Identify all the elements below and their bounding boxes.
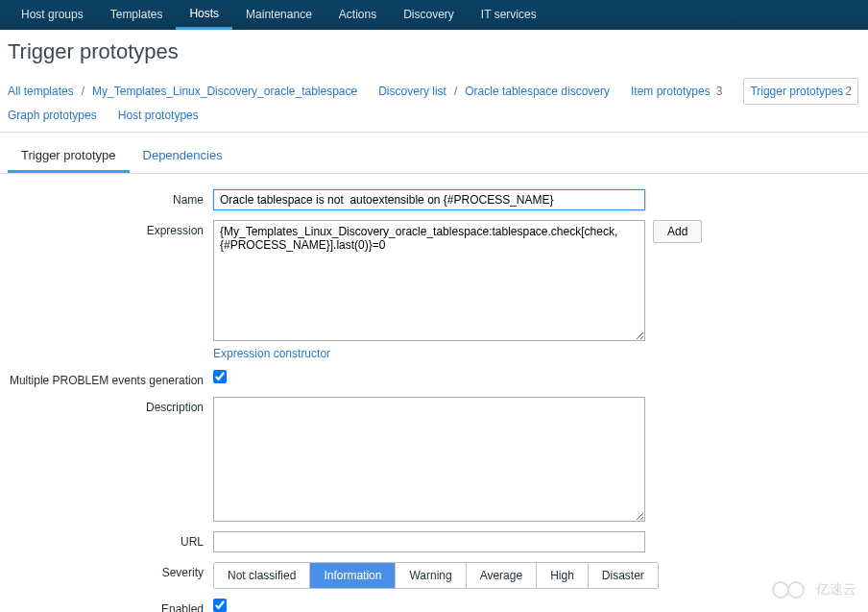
count-badge: 2 bbox=[845, 81, 852, 102]
name-label: Name bbox=[0, 189, 213, 207]
count-badge: 3 bbox=[716, 81, 723, 102]
severity-average[interactable]: Average bbox=[467, 563, 537, 588]
breadcrumb-link[interactable]: All templates bbox=[8, 81, 74, 102]
page-title: Trigger prototypes bbox=[0, 30, 868, 78]
tab-dependencies[interactable]: Dependencies bbox=[130, 140, 236, 173]
breadcrumb-link[interactable]: Host prototypes bbox=[118, 105, 199, 126]
severity-not-classified[interactable]: Not classified bbox=[214, 563, 310, 588]
enabled-label: Enabled bbox=[0, 599, 213, 612]
severity-label: Severity bbox=[0, 562, 213, 579]
expression-label: Expression bbox=[0, 220, 213, 237]
multi-problem-label: Multiple PROBLEM events generation bbox=[0, 370, 213, 387]
breadcrumb-link[interactable]: Item prototypes bbox=[631, 81, 711, 102]
top-nav: Host groupsTemplatesHostsMaintenanceActi… bbox=[0, 0, 868, 30]
breadcrumb-link[interactable]: My_Templates_Linux_Discovery_oracle_tabl… bbox=[92, 81, 357, 102]
severity-high[interactable]: High bbox=[537, 563, 589, 588]
breadcrumb-link[interactable]: Oracle tablespace discovery bbox=[465, 81, 610, 102]
url-input[interactable] bbox=[213, 531, 645, 552]
expression-textarea[interactable] bbox=[213, 220, 645, 341]
nav-maintenance[interactable]: Maintenance bbox=[232, 0, 326, 30]
description-textarea[interactable] bbox=[213, 397, 645, 522]
severity-disaster[interactable]: Disaster bbox=[589, 563, 658, 588]
nav-hosts[interactable]: Hosts bbox=[176, 0, 232, 30]
add-button[interactable]: Add bbox=[653, 220, 702, 243]
form: Name Expression Add Expression construct… bbox=[0, 174, 868, 612]
enabled-checkbox[interactable] bbox=[213, 599, 227, 612]
breadcrumb-link[interactable]: Discovery list bbox=[378, 81, 446, 102]
breadcrumb-link[interactable]: Trigger prototypes bbox=[750, 81, 843, 102]
name-input[interactable] bbox=[213, 189, 645, 210]
url-label: URL bbox=[0, 531, 213, 549]
severity-group: Not classifiedInformationWarningAverageH… bbox=[213, 562, 659, 589]
severity-warning[interactable]: Warning bbox=[396, 563, 466, 588]
nav-actions[interactable]: Actions bbox=[326, 0, 390, 30]
breadcrumb-sep: / bbox=[450, 81, 461, 102]
severity-information[interactable]: Information bbox=[310, 563, 396, 588]
breadcrumb: All templates/My_Templates_Linux_Discove… bbox=[0, 78, 868, 133]
tab-trigger-prototype[interactable]: Trigger prototype bbox=[8, 140, 130, 173]
expression-constructor-link[interactable]: Expression constructor bbox=[213, 347, 330, 360]
nav-host-groups[interactable]: Host groups bbox=[8, 0, 97, 30]
nav-templates[interactable]: Templates bbox=[97, 0, 177, 30]
multi-problem-checkbox[interactable] bbox=[213, 370, 227, 383]
breadcrumb-link[interactable]: Graph prototypes bbox=[8, 105, 97, 126]
breadcrumb-sep: / bbox=[78, 81, 88, 102]
tabs: Trigger prototypeDependencies bbox=[0, 133, 868, 174]
nav-it-services[interactable]: IT services bbox=[468, 0, 550, 30]
description-label: Description bbox=[0, 397, 213, 414]
nav-discovery[interactable]: Discovery bbox=[390, 0, 468, 30]
